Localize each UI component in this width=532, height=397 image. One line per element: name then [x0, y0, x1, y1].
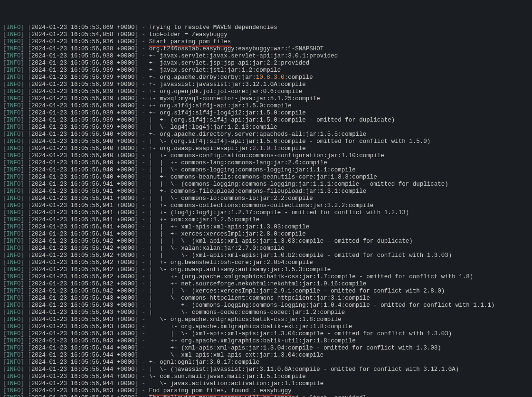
bracket-close: ] - — [135, 288, 149, 294]
log-line: [INFO] [2024-01-23 16:05:54,058 +0000] -… — [3, 31, 529, 38]
bracket-close: ] — [21, 38, 28, 45]
log-message: \- javax.activation:activation:jar:1.1:c… — [149, 380, 324, 387]
log-timestamp: 2024-01-23 16:05:56,944 +0000 — [31, 380, 135, 387]
log-timestamp: 2024-01-23 16:05:56,941 +0000 — [31, 231, 135, 237]
bracket-open: [ — [3, 24, 7, 31]
bracket-open: [ — [28, 323, 32, 330]
bracket-open: [ — [28, 60, 32, 66]
bracket-close: ] — [21, 217, 28, 223]
bracket-close: ] — [21, 309, 28, 316]
bracket-close: ] — [21, 31, 28, 38]
log-level: INFO — [7, 373, 21, 380]
log-timestamp: 2024-01-23 16:05:56,941 +0000 — [31, 195, 135, 202]
bracket-close: ] - — [135, 259, 149, 266]
bracket-open: [ — [3, 53, 7, 59]
log-timestamp: 2024-01-23 16:05:56,939 +0000 — [31, 74, 135, 81]
log-message: | | +- xerces:xercesImpl:jar:2.8.0:compi… — [149, 231, 306, 237]
bracket-open: [ — [3, 31, 7, 38]
bracket-open: [ — [3, 323, 7, 330]
log-level: INFO — [7, 152, 21, 159]
bracket-open: [ — [28, 359, 32, 366]
bracket-open: [ — [28, 174, 32, 180]
log-timestamp: 2024-01-23 16:05:56,944 +0000 — [31, 345, 135, 351]
bracket-close: ] - — [135, 145, 149, 152]
log-message: +- org.apache.xmlgraphics:batik-ext:jar:… — [149, 323, 352, 330]
bracket-open: [ — [3, 188, 7, 195]
bracket-close: ] — [21, 352, 28, 359]
bracket-open: [ — [3, 74, 7, 81]
log-timestamp: 2024-01-23 16:05:56,954 +0000 — [31, 395, 135, 397]
bracket-close: ] - — [135, 388, 149, 394]
log-line: [INFO] [2024-01-23 16:05:56,943 +0000] -… — [3, 295, 529, 302]
log-line: [INFO] [2024-01-23 16:05:56,954 +0000] -… — [3, 395, 529, 397]
bracket-open: [ — [3, 181, 7, 188]
log-message: +- org.slf4j:slf4j-log4j12:jar:1.5.0:com… — [149, 110, 306, 116]
log-message: | +- commons-collections:commons-collect… — [149, 202, 374, 209]
log-line: [INFO] [2024-01-23 16:05:53,869 +0000] -… — [3, 24, 529, 31]
log-message: | +- (log4j:log4j:jar:1.2.17:compile - o… — [149, 209, 409, 216]
bracket-open: [ — [28, 145, 32, 152]
log-message: The following maven scopes will be ignor… — [149, 395, 367, 397]
bracket-open: [ — [3, 202, 7, 209]
bracket-open: [ — [3, 259, 7, 266]
bracket-open: [ — [3, 309, 7, 316]
log-line: [INFO] [2024-01-23 16:05:56,942 +0000] -… — [3, 266, 529, 274]
log-timestamp: 2024-01-23 16:05:56,939 +0000 — [31, 81, 135, 88]
log-line: [INFO] [2024-01-23 16:05:56,936 +0000] -… — [3, 38, 529, 46]
bracket-close: ] — [21, 252, 28, 259]
bracket-close: ] — [21, 366, 28, 373]
log-level: INFO — [7, 67, 21, 74]
log-message: +- javax.servlet.jsp:jsp-api:jar:2.2:pro… — [149, 60, 310, 66]
bracket-close: ] — [21, 88, 28, 95]
bracket-open: [ — [28, 152, 32, 159]
bracket-open: [ — [28, 302, 32, 309]
bracket-close: ] - — [135, 352, 149, 359]
log-line: [INFO] [2024-01-23 16:05:56,940 +0000] -… — [3, 160, 529, 167]
log-line: [INFO] [2024-01-23 16:05:56,944 +0000] -… — [3, 352, 529, 359]
log-timestamp: 2024-01-23 16:05:56,944 +0000 — [31, 359, 135, 366]
log-line: [INFO] [2024-01-23 16:05:56,940 +0000] -… — [3, 138, 529, 145]
bracket-close: ] - — [135, 188, 149, 195]
log-timestamp: 2024-01-23 16:05:56,940 +0000 — [31, 138, 135, 145]
bracket-close: ] — [21, 195, 28, 202]
bracket-close: ] — [21, 24, 28, 31]
bracket-open: [ — [3, 217, 7, 223]
log-level: INFO — [7, 281, 21, 287]
bracket-open: [ — [28, 252, 32, 259]
log-level: INFO — [7, 295, 21, 302]
bracket-open: [ — [28, 38, 32, 45]
log-line: [INFO] [2024-01-23 16:05:56,939 +0000] -… — [3, 95, 529, 103]
bracket-open: [ — [3, 352, 7, 359]
log-timestamp: 2024-01-23 16:05:53,869 +0000 — [31, 24, 135, 31]
bracket-close: ] - — [135, 152, 149, 159]
bracket-open: [ — [28, 138, 32, 145]
bracket-close: ] — [21, 188, 28, 195]
bracket-close: ] - — [135, 217, 149, 223]
bracket-open: [ — [3, 338, 7, 344]
log-timestamp: 2024-01-23 16:05:56,944 +0000 — [31, 373, 135, 380]
log-line: [INFO] [2024-01-23 16:05:56,940 +0000] -… — [3, 145, 529, 152]
log-level: INFO — [7, 131, 21, 138]
log-level: INFO — [7, 338, 21, 344]
bracket-open: [ — [28, 345, 32, 351]
log-line: [INFO] [2024-01-23 16:05:56,938 +0000] -… — [3, 46, 529, 53]
bracket-open: [ — [3, 110, 7, 116]
log-line: [INFO] [2024-01-23 16:05:56,942 +0000] -… — [3, 288, 529, 295]
bracket-close: ] - — [135, 95, 149, 102]
bracket-close: ] - — [135, 238, 149, 245]
log-level: INFO — [7, 195, 21, 202]
bracket-open: [ — [3, 195, 7, 202]
log-message: :compile — [277, 145, 306, 152]
log-timestamp: 2024-01-23 16:05:56,936 +0000 — [31, 38, 135, 45]
log-message: topFolder = /easybuggy — [149, 31, 228, 38]
log-message: | \- log4j:log4j:jar:1.2.13:compile — [149, 124, 277, 131]
log-timestamp: 2024-01-23 16:05:56,940 +0000 — [31, 152, 135, 159]
log-timestamp: 2024-01-23 16:05:56,940 +0000 — [31, 174, 135, 180]
bracket-open: [ — [28, 352, 32, 359]
log-level: INFO — [7, 245, 21, 252]
bracket-close: ] — [21, 224, 28, 230]
log-level: INFO — [7, 395, 21, 397]
bracket-open: [ — [3, 209, 7, 216]
log-timestamp: 2024-01-23 16:05:56,943 +0000 — [31, 323, 135, 330]
log-message: | | | \- (xml-apis:xml-apis:jar:1.3.03:c… — [149, 238, 413, 245]
